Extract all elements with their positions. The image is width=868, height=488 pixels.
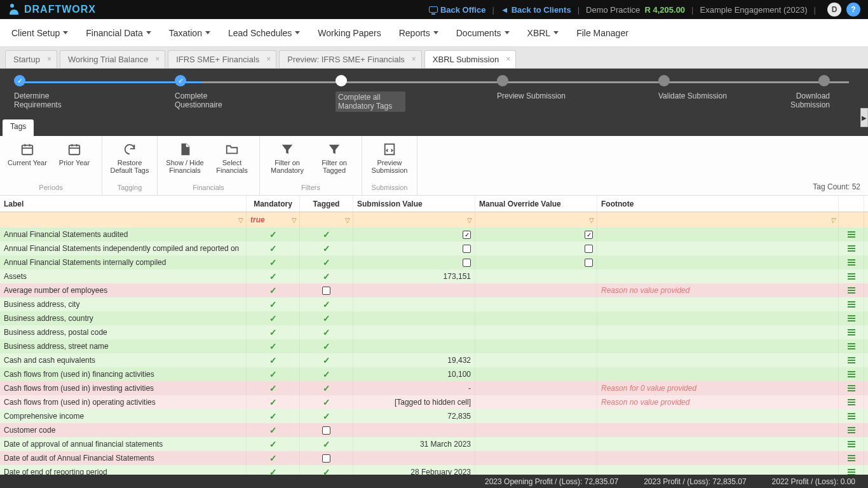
table-row[interactable]: Annual Financial Statements internally c… <box>0 255 868 269</box>
menu-taxation[interactable]: Taxation <box>160 19 219 47</box>
cell-actions[interactable] <box>839 395 864 409</box>
ribbon-filter-on-tagged[interactable]: Filter on Tagged <box>311 139 358 184</box>
cell-submission[interactable] <box>353 339 475 353</box>
cell-actions[interactable] <box>839 353 864 367</box>
back-to-clients-link[interactable]: Back to Clients <box>512 5 571 15</box>
menu-documents[interactable]: Documents <box>447 19 519 47</box>
cell-submission[interactable] <box>353 255 475 269</box>
menu-icon[interactable] <box>848 314 855 323</box>
menu-icon[interactable] <box>848 398 855 407</box>
cell-submission[interactable]: - <box>353 381 475 395</box>
cell-manual[interactable] <box>475 395 597 409</box>
cell-submission[interactable]: 72,835 <box>353 409 475 423</box>
cell-actions[interactable] <box>839 283 864 297</box>
cell-actions[interactable] <box>839 325 864 339</box>
cell-manual[interactable] <box>475 451 597 465</box>
table-row[interactable]: Customer code✓ <box>0 423 868 437</box>
filter-submission[interactable]: ▽ <box>353 212 475 227</box>
funnel-icon[interactable]: ▽ <box>292 217 297 224</box>
table-row[interactable]: Cash and cash equivalents✓✓19,432 <box>0 353 868 367</box>
cell-manual[interactable] <box>475 255 597 269</box>
table-row[interactable]: Business address, city✓✓ <box>0 297 868 311</box>
menu-icon[interactable] <box>848 230 855 239</box>
cell-manual[interactable] <box>475 297 597 311</box>
menu-financial-data[interactable]: Financial Data <box>77 19 160 47</box>
cell-actions[interactable] <box>839 451 864 465</box>
ribbon-current-year[interactable]: Current Year <box>4 139 51 184</box>
menu-working-papers[interactable]: Working Papers <box>309 19 390 47</box>
ribbon-preview-submission[interactable]: Preview Submission <box>366 139 413 184</box>
cell-manual[interactable]: ✓ <box>475 227 597 241</box>
step-3[interactable]: Preview Submission <box>497 75 573 100</box>
cell-submission[interactable] <box>353 241 475 255</box>
menu-reports[interactable]: Reports <box>390 19 447 47</box>
cell-submission[interactable] <box>353 423 475 437</box>
menu-file-manager[interactable]: File Manager <box>567 19 637 47</box>
cell-manual[interactable] <box>475 381 597 395</box>
cell-manual[interactable] <box>475 283 597 297</box>
table-row[interactable]: Cash flows from (used in) financing acti… <box>0 367 868 381</box>
cell-manual[interactable] <box>475 353 597 367</box>
cell-actions[interactable] <box>839 311 864 325</box>
table-row[interactable]: Date of approval of annual financial sta… <box>0 437 868 451</box>
ribbon-prior-year[interactable]: Prior Year <box>51 139 98 184</box>
table-row[interactable]: Date of audit of Annual Financial Statem… <box>0 451 868 465</box>
cell-submission[interactable]: 19,432 <box>353 353 475 367</box>
table-row[interactable]: Assets✓✓173,151 <box>0 269 868 283</box>
cell-footnote[interactable] <box>597 353 839 367</box>
menu-xbrl[interactable]: XBRL <box>519 19 568 47</box>
ribbon-restore-default-tags[interactable]: Restore Default Tags <box>106 139 153 184</box>
filter-manual[interactable]: ▽ <box>475 212 597 227</box>
cell-footnote[interactable] <box>597 409 839 423</box>
cell-actions[interactable] <box>839 241 864 255</box>
tab-xbrl-submission[interactable]: XBRL Submission× <box>424 50 516 68</box>
menu-icon[interactable] <box>848 426 855 435</box>
menu-icon[interactable] <box>848 272 855 281</box>
cell-manual[interactable] <box>475 409 597 423</box>
cell-footnote[interactable] <box>597 367 839 381</box>
col-tagged[interactable]: Tagged <box>300 196 353 212</box>
cell-submission[interactable] <box>353 311 475 325</box>
user-avatar[interactable]: D <box>827 3 841 17</box>
tab-ifrs-sme-financials[interactable]: IFRS SME+ Financials× <box>168 50 276 68</box>
cell-manual[interactable] <box>475 311 597 325</box>
checkbox-unchecked-icon[interactable] <box>463 259 471 267</box>
step-4[interactable]: Validate Submission <box>658 75 735 100</box>
cell-manual[interactable] <box>475 241 597 255</box>
close-icon[interactable]: × <box>47 55 51 64</box>
table-row[interactable]: Annual Financial Statements independentl… <box>0 241 868 255</box>
cell-actions[interactable] <box>839 227 864 241</box>
close-icon[interactable]: × <box>266 55 271 64</box>
ribbon-select-financials[interactable]: Select Financials <box>208 139 255 184</box>
menu-icon[interactable] <box>848 342 855 351</box>
cell-footnote[interactable] <box>597 269 839 283</box>
menu-icon[interactable] <box>848 286 855 295</box>
menu-icon[interactable] <box>848 454 855 463</box>
cell-actions[interactable] <box>839 297 864 311</box>
checkbox-unchecked-icon[interactable] <box>463 245 471 253</box>
col-footnote[interactable]: Footnote <box>597 196 839 212</box>
menu-lead-schedules[interactable]: Lead Schedules <box>219 19 309 47</box>
cell-footnote[interactable] <box>597 297 839 311</box>
filter-footnote[interactable]: ▽ <box>597 212 839 227</box>
expand-panel-button[interactable]: ▶ <box>860 108 868 127</box>
table-row[interactable]: Average number of employees✓Reason no va… <box>0 283 868 297</box>
cell-submission[interactable]: ✓ <box>353 227 475 241</box>
cell-submission[interactable]: 173,151 <box>353 269 475 283</box>
cell-footnote[interactable] <box>597 339 839 353</box>
menu-icon[interactable] <box>848 244 855 253</box>
filter-tagged[interactable]: ▽ <box>300 212 353 227</box>
ribbon-show-hide-financials[interactable]: Show / Hide Financials <box>161 139 208 184</box>
table-row[interactable]: Annual Financial Statements audited✓✓✓✓ <box>0 227 868 241</box>
cell-footnote[interactable]: Reason no value provided <box>597 395 839 409</box>
cell-actions[interactable] <box>839 423 864 437</box>
step-0[interactable]: Determine Requirements <box>14 75 90 109</box>
checkbox-unchecked-icon[interactable] <box>322 287 330 295</box>
cell-submission[interactable] <box>353 451 475 465</box>
cell-submission[interactable]: [Tagged to hidden cell] <box>353 395 475 409</box>
step-2[interactable]: Complete all Mandatory Tags <box>336 75 412 112</box>
cell-footnote[interactable] <box>597 311 839 325</box>
menu-icon[interactable] <box>848 356 855 365</box>
checkbox-unchecked-icon[interactable] <box>322 426 330 435</box>
close-icon[interactable]: × <box>412 55 416 64</box>
